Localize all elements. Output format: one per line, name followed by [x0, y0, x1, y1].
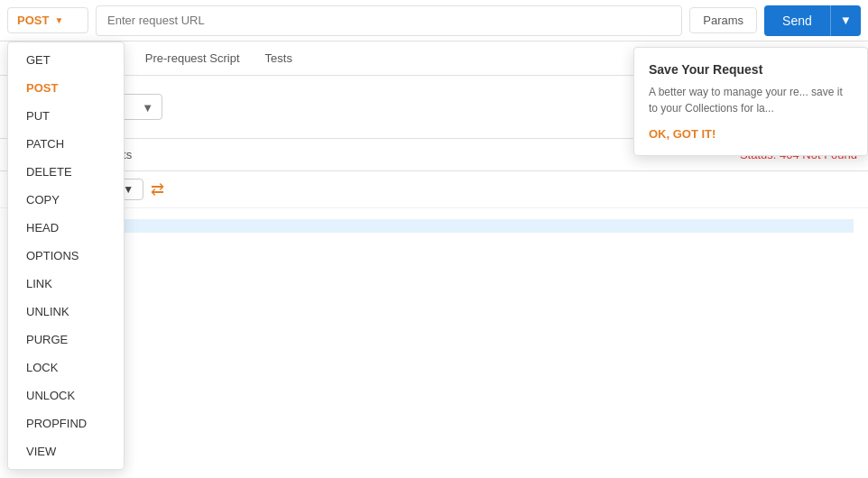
dropdown-item-unlink[interactable]: UNLINK: [8, 298, 124, 326]
response-area: Headers 8 Tests Status: 404 Not Found Pr…: [0, 139, 868, 478]
tab-pre-request-script[interactable]: Pre-request Script: [133, 44, 253, 72]
dropdown-item-lock[interactable]: LOCK: [8, 354, 124, 381]
dropdown-item-purge[interactable]: PURGE: [8, 326, 124, 354]
dropdown-item-get[interactable]: GET: [8, 46, 124, 74]
dropdown-item-patch[interactable]: PATCH: [8, 130, 124, 158]
send-chevron-icon: ▼: [840, 14, 852, 27]
top-bar: POST ▼ Params Send ▼: [0, 0, 868, 41]
dropdown-item-head[interactable]: HEAD: [8, 214, 124, 242]
dropdown-item-delete[interactable]: DELETE: [8, 158, 124, 186]
body-viewer-controls: Preview HTML ▼ ⇄: [0, 171, 868, 208]
send-button[interactable]: Send: [764, 5, 830, 36]
tooltip-title: Save Your Request: [649, 62, 853, 77]
response-highlighted-line: le specified.: [14, 219, 854, 233]
dropdown-item-put[interactable]: PUT: [8, 102, 124, 130]
dropdown-item-copy[interactable]: COPY: [8, 186, 124, 214]
url-input[interactable]: [96, 5, 682, 36]
app-container: POST ▼ Params Send ▼ Headers Body Pre-re…: [0, 0, 868, 478]
send-button-group: Send ▼: [764, 5, 861, 36]
dropdown-item-view[interactable]: VIEW: [8, 437, 124, 465]
wrap-icon[interactable]: ⇄: [151, 179, 164, 199]
save-request-tooltip: Save Your Request A better way to manage…: [633, 47, 868, 156]
method-dropdown-button[interactable]: POST ▼: [7, 7, 88, 33]
tooltip-ok-button[interactable]: OK, GOT IT!: [649, 127, 853, 141]
tooltip-body: A better way to manage your re... save i…: [649, 84, 853, 116]
method-label: POST: [17, 14, 49, 27]
dropdown-item-unlock[interactable]: UNLOCK: [8, 381, 124, 409]
params-button[interactable]: Params: [689, 7, 757, 33]
dropdown-item-link[interactable]: LINK: [8, 270, 124, 298]
response-content: le specified.: [0, 208, 868, 478]
dropdown-item-options[interactable]: OPTIONS: [8, 242, 124, 270]
tab-tests[interactable]: Tests: [253, 44, 305, 72]
method-dropdown-menu: GET POST PUT PATCH DELETE COPY HEAD OPTI…: [7, 41, 125, 470]
method-chevron-icon: ▼: [54, 15, 63, 25]
format-chevron-icon: ▼: [123, 183, 134, 196]
send-dropdown-button[interactable]: ▼: [830, 5, 861, 36]
dropdown-item-propfind[interactable]: PROPFIND: [8, 409, 124, 437]
dropdown-item-post[interactable]: POST: [8, 74, 124, 102]
